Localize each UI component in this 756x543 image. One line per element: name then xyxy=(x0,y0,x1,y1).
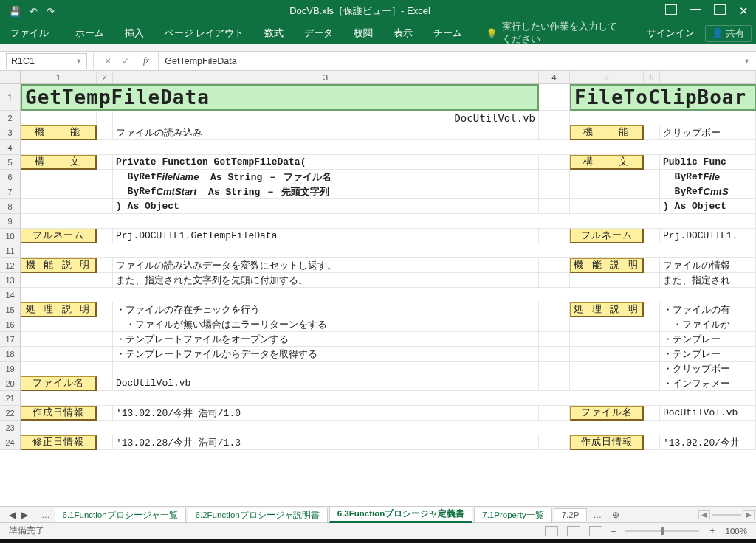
fx-icon[interactable]: fx xyxy=(140,52,158,70)
row-header[interactable]: 2 xyxy=(0,111,21,125)
label-syntax-r[interactable]: 構 文 xyxy=(570,155,644,170)
proc-title-right[interactable]: FileToClipBoar xyxy=(570,84,756,111)
tab-data[interactable]: データ xyxy=(304,27,333,40)
add-sheet-button[interactable]: ⊕ xyxy=(606,510,625,520)
zoom-level[interactable]: 100% xyxy=(726,527,747,536)
ribbon-display-icon[interactable] xyxy=(665,4,677,15)
worksheet-grid[interactable]: 1 2 3 4 5 6 1 GetTempFileData FileToClip… xyxy=(0,71,756,506)
col-header[interactable]: 1 xyxy=(21,71,97,83)
close-icon[interactable]: ✕ xyxy=(739,4,749,18)
hscroll-thumb[interactable] xyxy=(712,514,741,516)
label-created[interactable]: 作成日情報 xyxy=(21,406,97,421)
source-file-label[interactable]: DocUtilVol.vb xyxy=(113,111,539,125)
hscroll-right-icon[interactable]: ▶ xyxy=(743,510,755,519)
tab-team[interactable]: チーム xyxy=(433,27,462,40)
value-fullname[interactable]: Prj.DOCUTIL1.GetTempFileData xyxy=(113,229,539,243)
view-pagelayout-icon[interactable] xyxy=(567,526,580,536)
label-syntax[interactable]: 構 文 xyxy=(21,155,97,170)
label-function[interactable]: 機 能 xyxy=(21,125,97,140)
tab-nav-next-icon[interactable]: ▶ xyxy=(21,510,28,520)
maximize-icon[interactable] xyxy=(714,4,726,15)
value-fullname-r[interactable]: Prj.DOCUTIL1. xyxy=(660,229,756,243)
tab-view[interactable]: 表示 xyxy=(394,27,413,40)
value-funcdesc[interactable]: また、指定された文字列を先頭に付加する。 xyxy=(113,273,539,288)
signature-line[interactable]: ByRef FileName As String － ファイル名 xyxy=(113,170,539,184)
signature-line-r[interactable]: ) As Object xyxy=(660,199,756,214)
zoom-slider[interactable] xyxy=(625,530,699,532)
tab-nav-prev-icon[interactable]: ◀ xyxy=(9,510,16,520)
label-fullname-r[interactable]: フルネーム xyxy=(570,229,644,243)
col-header[interactable]: 3 xyxy=(113,71,539,83)
signature-line[interactable]: Private Function GetTempFileData( xyxy=(113,155,539,170)
row-header[interactable]: 1 xyxy=(0,84,21,111)
col-header[interactable]: 5 xyxy=(570,71,644,83)
value-created[interactable]: '13.02.20/今井 浩司/1.0 xyxy=(113,406,539,421)
share-button[interactable]: 👤 共有 xyxy=(705,25,752,42)
tab-file[interactable]: ファイル xyxy=(4,24,55,43)
redo-icon[interactable]: ↷ xyxy=(47,6,55,17)
label-function-r[interactable]: 機 能 xyxy=(570,125,644,140)
value-function[interactable]: ファイルの読み込み xyxy=(113,125,539,140)
proc-title-left[interactable]: GetTempFileData xyxy=(21,84,539,111)
formula-expand-icon[interactable]: ▼ xyxy=(738,58,756,65)
tab-review[interactable]: 校閲 xyxy=(354,27,373,40)
signature-line-r[interactable]: Public Func xyxy=(660,155,756,170)
label-funcdesc[interactable]: 機 能 説 明 xyxy=(21,258,97,273)
signature-line-r[interactable]: ByRef CmtS xyxy=(660,184,756,199)
tab-home[interactable]: ホーム xyxy=(75,27,104,40)
col-header[interactable]: 4 xyxy=(539,71,570,83)
tell-me[interactable]: 💡実行したい作業を入力してください xyxy=(486,21,625,46)
sheet-tab[interactable]: 6.2Functionプロシージャ説明書 xyxy=(188,508,328,522)
signature-line-r[interactable]: ByRef File xyxy=(660,170,756,184)
value-function-r[interactable]: クリップボー xyxy=(660,125,756,140)
cancel-icon[interactable]: ✕ xyxy=(104,56,111,66)
save-icon[interactable]: 💾 xyxy=(9,6,21,17)
view-pagebreak-icon[interactable] xyxy=(589,526,602,536)
signature-line[interactable]: ) As Object xyxy=(113,199,539,214)
sheet-tab[interactable]: 7.2P xyxy=(554,508,588,521)
tab-overflow-left[interactable]: … xyxy=(37,511,55,519)
tab-overflow-right[interactable]: … xyxy=(588,511,606,519)
value-funcdesc[interactable]: ファイルの読み込みデータを変数にセットし返す。 xyxy=(113,258,539,273)
cell[interactable] xyxy=(539,84,570,111)
label-procdesc-r[interactable]: 処 理 説 明 xyxy=(570,302,644,317)
sheet-tab[interactable]: 7.1Property一覧 xyxy=(474,508,551,522)
tab-formulas[interactable]: 数式 xyxy=(264,27,284,40)
formula-input[interactable]: GetTempFileData xyxy=(158,52,738,70)
label-funcdesc-r[interactable]: 機 能 説 明 xyxy=(570,258,644,273)
zoom-out-button[interactable]: − xyxy=(611,527,616,536)
select-all-corner[interactable] xyxy=(0,71,21,83)
view-normal-icon[interactable] xyxy=(545,526,558,536)
enter-icon[interactable]: ✓ xyxy=(122,56,129,66)
value-created-r[interactable]: '13.02.20/今井 xyxy=(660,435,756,450)
col-header[interactable] xyxy=(660,71,756,83)
row-header[interactable]: 3 xyxy=(0,125,21,140)
undo-icon[interactable]: ↶ xyxy=(30,6,38,17)
label-fullname[interactable]: フルネーム xyxy=(21,229,97,243)
value-filename[interactable]: DocUtilVol.vb xyxy=(113,376,539,391)
label-modified[interactable]: 修正日情報 xyxy=(21,435,97,450)
minimize-icon[interactable] xyxy=(690,9,701,10)
label-created-r[interactable]: 作成日情報 xyxy=(570,435,644,450)
value-procdesc-r[interactable]: ・ファイルの有 xyxy=(660,302,756,317)
label-filename[interactable]: ファイル名 xyxy=(21,376,97,391)
value-procdesc[interactable]: ・ファイルの存在チェックを行う xyxy=(113,302,539,317)
name-box[interactable]: R1C1▼ xyxy=(6,53,87,69)
value-modified[interactable]: '13.02.28/今井 浩司/1.3 xyxy=(113,435,539,450)
sheet-tab[interactable]: 6.1Functionプロシージャ一覧 xyxy=(55,508,186,522)
chevron-down-icon[interactable]: ▼ xyxy=(75,58,82,65)
value-funcdesc-r[interactable]: また、指定され xyxy=(660,273,756,288)
value-funcdesc-r[interactable]: ファイルの情報 xyxy=(660,258,756,273)
zoom-in-button[interactable]: ＋ xyxy=(708,525,717,536)
signin-link[interactable]: サインイン xyxy=(647,27,695,40)
label-filename-r[interactable]: ファイル名 xyxy=(570,406,644,421)
col-header[interactable]: 2 xyxy=(97,71,113,83)
tab-insert[interactable]: 挿入 xyxy=(125,27,144,40)
tab-pagelayout[interactable]: ページ レイアウト xyxy=(165,27,244,40)
hscroll-left-icon[interactable]: ◀ xyxy=(698,510,710,519)
label-procdesc[interactable]: 処 理 説 明 xyxy=(21,302,97,317)
value-filename-r[interactable]: DocUtilVol.vb xyxy=(660,406,756,421)
sheet-tab-active[interactable]: 6.3Functionプロシージャ定義書 xyxy=(329,506,473,523)
signature-line[interactable]: ByRef CmtStart As String － 先頭文字列 xyxy=(113,184,539,199)
col-header[interactable]: 6 xyxy=(644,71,660,83)
